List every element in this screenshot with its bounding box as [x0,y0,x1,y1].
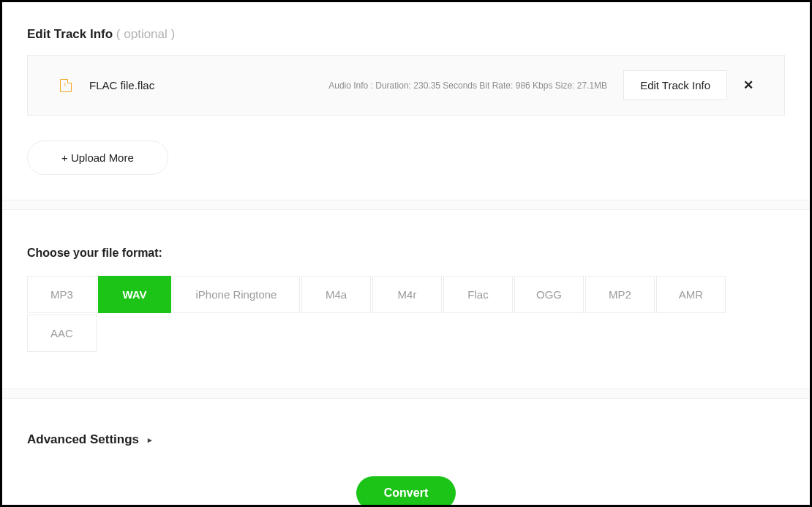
advanced-settings-toggle[interactable]: Advanced Settings ▸ [27,432,152,447]
section-divider-2 [2,388,810,399]
file-info: Audio Info : Duration: 230.35 Seconds Bi… [328,80,619,91]
file-card: FLAC file.flac Audio Info : Duration: 23… [27,55,785,116]
section-title-edit-track: Edit Track Info ( optional ) [2,2,810,55]
format-option-m4r[interactable]: M4r [372,276,442,313]
file-name: FLAC file.flac [89,79,154,91]
format-title: Choose your file format: [27,247,785,260]
format-option-ogg[interactable]: OGG [514,276,584,313]
edit-track-info-button[interactable]: Edit Track Info [623,70,727,100]
close-icon[interactable]: ✕ [727,72,767,99]
section-title-main: Edit Track Info [27,27,113,41]
format-option-aac[interactable]: AAC [27,315,97,352]
format-option-iphone-ringtone[interactable]: iPhone Ringtone [173,276,300,313]
chevron-right-icon: ▸ [148,435,152,445]
format-option-m4a[interactable]: M4a [301,276,371,313]
format-option-amr[interactable]: AMR [656,276,726,313]
format-option-wav[interactable]: WAV [98,276,171,313]
advanced-settings-label: Advanced Settings [27,432,139,447]
format-option-mp2[interactable]: MP2 [585,276,655,313]
format-section: Choose your file format: MP3WAViPhone Ri… [2,210,810,388]
upload-more-button[interactable]: + Upload More [27,140,168,175]
section-title-suffix: ( optional ) [113,27,175,41]
convert-button[interactable]: Convert [356,476,456,507]
file-left: FLAC file.flac [60,79,154,92]
format-option-mp3[interactable]: MP3 [27,276,97,313]
format-row: MP3WAViPhone RingtoneM4aM4rFlacOGGMP2AMR… [27,276,785,352]
convert-wrap: Convert [2,469,810,507]
music-file-icon [60,79,72,92]
format-option-flac[interactable]: Flac [443,276,513,313]
section-divider [2,200,810,210]
advanced-section: Advanced Settings ▸ [2,399,810,469]
